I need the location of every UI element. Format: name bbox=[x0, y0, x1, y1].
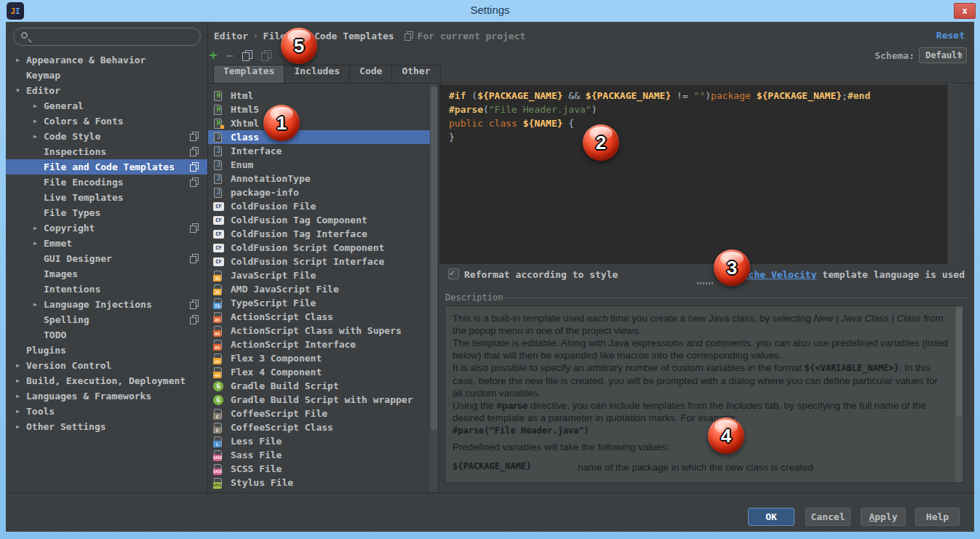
breadcrumb-editor[interactable]: Editor bbox=[214, 31, 248, 41]
code-line: } bbox=[449, 130, 959, 144]
file-type-icon: TS bbox=[213, 298, 225, 309]
velocity-note: Apache Velocity template language is use… bbox=[731, 269, 965, 280]
sidebar-tree-item[interactable]: Version Control bbox=[6, 358, 207, 373]
sidebar-tree-item[interactable]: Keymap bbox=[6, 68, 207, 83]
template-list-item[interactable]: J AnnotationType bbox=[208, 172, 430, 185]
splitter-handle[interactable] bbox=[697, 282, 714, 284]
close-button[interactable]: x bbox=[954, 3, 976, 19]
template-list-item[interactable]: JS AMD JavaScript File bbox=[208, 282, 430, 296]
sidebar-tree-item[interactable]: Images bbox=[6, 266, 207, 282]
template-list-item[interactable]: H Html5 bbox=[208, 103, 430, 116]
template-list-item[interactable]: SASS Sass File bbox=[208, 448, 430, 462]
template-list-item[interactable]: SASS SCSS File bbox=[208, 462, 430, 476]
editor-scrollbar[interactable] bbox=[947, 84, 959, 264]
cancel-button[interactable]: Cancel bbox=[805, 508, 850, 526]
sidebar-tree-item[interactable]: Live Templates bbox=[6, 190, 207, 205]
sidebar-tree-item[interactable]: GUI Designer bbox=[6, 251, 207, 266]
sidebar-tree-item[interactable]: Languages & Frameworks bbox=[6, 388, 207, 404]
template-list-item[interactable]: JS JavaScript File bbox=[208, 268, 430, 282]
tree-item-label: Copyright bbox=[44, 223, 95, 233]
list-editor-divider[interactable] bbox=[438, 84, 439, 492]
file-type-icon: SASS bbox=[213, 450, 225, 461]
template-list-item[interactable]: AS ActionScript Interface bbox=[208, 338, 430, 351]
template-list-item[interactable]: C CoffeeScript Class bbox=[208, 420, 430, 434]
scrollbar-thumb[interactable] bbox=[431, 87, 437, 430]
file-type-icon: STYL bbox=[213, 477, 225, 489]
template-list-item[interactable]: <> Flex 4 Component bbox=[208, 365, 430, 379]
sidebar-tree-item[interactable]: Language Injections bbox=[6, 297, 207, 312]
template-list-item[interactable]: G Gradle Build Script with wrapper bbox=[208, 393, 430, 407]
template-list-item[interactable]: CF ColdFusion File bbox=[208, 199, 430, 213]
title-bar[interactable]: JI Settings x bbox=[0, 0, 980, 22]
copy-template-button[interactable] bbox=[242, 50, 252, 61]
remove-template-button[interactable]: − bbox=[226, 48, 233, 63]
sidebar-tree-item[interactable]: Copyright bbox=[6, 220, 207, 236]
template-list-item[interactable]: L Less File bbox=[208, 434, 430, 448]
file-type-icon: G bbox=[213, 394, 225, 406]
tab[interactable]: Includes bbox=[284, 65, 350, 83]
sidebar-tree-item[interactable]: Spelling bbox=[6, 312, 207, 327]
template-list-scrollbar[interactable] bbox=[430, 84, 438, 492]
file-type-icon: H bbox=[213, 90, 225, 102]
sidebar-tree-item[interactable]: Emmet bbox=[6, 236, 207, 251]
template-name: Xhtml bbox=[231, 118, 259, 129]
sidebar-tree-item[interactable]: Inspections bbox=[6, 144, 207, 159]
description-scrollbar[interactable] bbox=[955, 306, 963, 482]
tab[interactable]: Code bbox=[349, 65, 392, 83]
template-list-item[interactable]: J Enum bbox=[208, 158, 430, 172]
sidebar-tree-item[interactable]: Tools bbox=[6, 404, 207, 419]
template-list-item[interactable]: STYL Stylus File bbox=[208, 476, 430, 490]
template-name: ActionScript Class with Supers bbox=[231, 325, 402, 336]
sidebar-tree-item[interactable]: TODO bbox=[6, 327, 207, 343]
schema-dropdown[interactable]: Default bbox=[919, 47, 967, 63]
template-list-item[interactable]: C CoffeeScript File bbox=[208, 407, 430, 420]
file-type-icon: J bbox=[213, 173, 225, 185]
template-list-item[interactable]: CF ColdFusion Script Component bbox=[208, 241, 430, 255]
file-type-icon: J bbox=[213, 159, 225, 171]
window-title: Settings bbox=[0, 4, 980, 16]
sidebar-tree-item[interactable]: Plugins bbox=[6, 343, 207, 358]
sidebar-tree-item[interactable]: File Types bbox=[6, 205, 207, 220]
template-list-item[interactable]: AS ActionScript Class bbox=[208, 310, 430, 324]
sidebar-tree-item[interactable]: General bbox=[6, 98, 207, 113]
annotation-number-badge: 1 bbox=[263, 105, 300, 141]
template-list-item[interactable]: G Gradle Build Script bbox=[208, 379, 430, 393]
sidebar-tree-item[interactable]: Code Style bbox=[6, 129, 207, 144]
scope-label: For current project bbox=[418, 31, 526, 41]
sidebar-tree-item[interactable]: Build, Execution, Deployment bbox=[6, 373, 207, 388]
settings-search-input[interactable] bbox=[13, 28, 201, 46]
template-list-item[interactable]: TS TypeScript File bbox=[208, 296, 430, 310]
template-list-item[interactable]: CF ColdFusion Tag Interface bbox=[208, 227, 430, 241]
search-icon bbox=[21, 32, 28, 39]
sidebar-tree-item[interactable]: Editor bbox=[6, 83, 207, 98]
add-template-button[interactable]: + bbox=[210, 48, 217, 63]
reformat-checkbox-label[interactable]: Reformat according to style bbox=[464, 269, 618, 280]
file-type-icon: AS bbox=[213, 311, 225, 323]
template-name: ColdFusion Script Interface bbox=[231, 256, 384, 267]
template-editor[interactable]: #if (${PACKAGE_NAME} && ${PACKAGE_NAME} … bbox=[439, 84, 959, 264]
sidebar-tree-item[interactable]: File and Code Templates bbox=[6, 159, 207, 175]
template-list-item[interactable]: H Html bbox=[208, 89, 430, 103]
ok-button[interactable]: OK bbox=[748, 508, 794, 526]
sidebar-tree-item[interactable]: Appearance & Behavior bbox=[6, 52, 207, 68]
template-list-item[interactable]: AS ActionScript Class with Supers bbox=[208, 324, 430, 338]
template-list-item[interactable]: J Class bbox=[208, 130, 430, 144]
template-list-item[interactable]: CF ColdFusion Script Interface bbox=[208, 255, 430, 268]
help-button[interactable]: Help bbox=[915, 508, 960, 526]
sidebar-tree-item[interactable]: Other Settings bbox=[6, 419, 207, 434]
reset-link[interactable]: Reset bbox=[936, 30, 965, 41]
template-list-item[interactable]: <> Flex 3 Component bbox=[208, 351, 430, 365]
scrollbar-thumb[interactable] bbox=[956, 308, 962, 417]
reformat-checkbox[interactable] bbox=[448, 268, 459, 279]
tab[interactable]: Other bbox=[391, 65, 440, 83]
template-list-item[interactable]: CF ColdFusion Tag Component bbox=[208, 213, 430, 227]
template-list-item[interactable]: H Xhtml bbox=[208, 116, 430, 130]
reset-to-default-button[interactable] bbox=[261, 50, 271, 61]
template-list-item[interactable]: J Interface bbox=[208, 144, 430, 158]
sidebar-tree-item[interactable]: Intentions bbox=[6, 282, 207, 297]
template-list-item[interactable]: J package-info bbox=[208, 185, 430, 199]
apply-button[interactable]: Apply bbox=[861, 508, 906, 526]
sidebar-tree-item[interactable]: File Encodings bbox=[6, 175, 207, 190]
tab[interactable]: Templates bbox=[213, 65, 284, 83]
sidebar-tree-item[interactable]: Colors & Fonts bbox=[6, 113, 207, 129]
